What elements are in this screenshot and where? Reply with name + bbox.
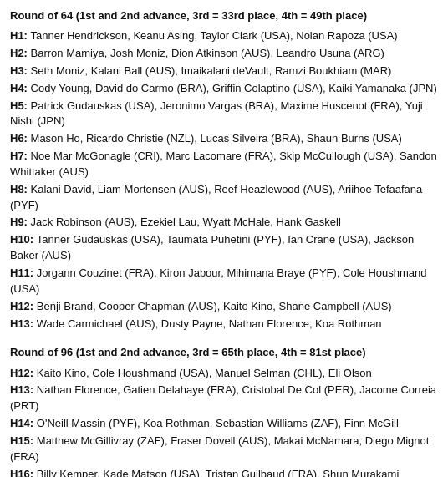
heat-text: Kaito Kino, Cole Houshmand (USA), Manuel… — [37, 367, 372, 379]
heat-text: Patrick Gudauskas (USA), Jeronimo Vargas… — [10, 99, 423, 128]
section-title: Round of 96 (1st and 2nd advance, 3rd = … — [10, 345, 438, 360]
heat-text: Kalani David, Liam Mortensen (AUS), Reef… — [10, 183, 422, 211]
heat-id: H2: — [10, 47, 31, 59]
heat-id: H15: — [10, 434, 37, 447]
heat-line: H16: Billy Kemper, Kade Matson (USA), Tr… — [10, 467, 438, 477]
heat-text: Billy Kemper, Kade Matson (USA), Tristan… — [37, 468, 400, 477]
heat-id: H8: — [10, 183, 31, 195]
heat-line: H11: Jorgann Couzinet (FRA), Kiron Jabou… — [10, 266, 438, 297]
heat-id: H4: — [10, 82, 31, 94]
heat-line: H12: Kaito Kino, Cole Houshmand (USA), M… — [10, 366, 438, 382]
heat-text: Tanner Gudauskas (USA), Taumata Puhetini… — [10, 233, 414, 261]
heat-line: H3: Seth Moniz, Kalani Ball (AUS), Imaik… — [10, 63, 438, 79]
heat-id: H12: — [10, 300, 37, 312]
heat-text: Mason Ho, Ricardo Christie (NZL), Lucas … — [31, 132, 402, 145]
heat-text: Barron Mamiya, Josh Moniz, Dion Atkinson… — [31, 47, 384, 59]
heat-line: H1: Tanner Hendrickson, Keanu Asing, Tay… — [10, 28, 438, 44]
heat-id: H11: — [10, 266, 37, 279]
heat-text: Tanner Hendrickson, Keanu Asing, Taylor … — [31, 29, 398, 42]
heat-id: H9: — [10, 216, 31, 228]
heat-line: H8: Kalani David, Liam Mortensen (AUS), … — [10, 182, 438, 214]
heat-id: H14: — [10, 417, 37, 429]
heat-text: O'Neill Massin (PYF), Koa Rothman, Sebas… — [37, 417, 399, 429]
section-section-64: Round of 64 (1st and 2nd advance, 3rd = … — [10, 8, 438, 332]
heat-line: H2: Barron Mamiya, Josh Moniz, Dion Atki… — [10, 46, 438, 62]
heat-text: Seth Moniz, Kalani Ball (AUS), Imaikalan… — [31, 64, 392, 77]
heat-line: H5: Patrick Gudauskas (USA), Jeronimo Va… — [10, 99, 438, 130]
heat-line: H13: Wade Carmichael (AUS), Dusty Payne,… — [10, 317, 438, 332]
heat-line: H15: Matthew McGillivray (ZAF), Fraser D… — [10, 434, 438, 465]
heat-id: H10: — [10, 233, 37, 246]
heat-line: H14: O'Neill Massin (PYF), Koa Rothman, … — [10, 416, 438, 432]
heat-id: H12: — [10, 367, 37, 379]
heat-line: H13: Nathan Florence, Gatien Delahaye (F… — [10, 383, 438, 414]
heat-id: H6: — [10, 132, 31, 145]
heat-text: Nathan Florence, Gatien Delahaye (FRA), … — [10, 383, 436, 412]
heat-text: Jack Robinson (AUS), Ezekiel Lau, Wyatt … — [31, 216, 341, 228]
section-section-96: Round of 96 (1st and 2nd advance, 3rd = … — [10, 345, 438, 477]
heat-id: H13: — [10, 317, 37, 330]
heat-text: Noe Mar McGonagle (CRI), Marc Lacomare (… — [10, 150, 437, 178]
heat-id: H16: — [10, 468, 37, 477]
heat-text: Matthew McGillivray (ZAF), Fraser Dovell… — [10, 434, 429, 463]
heat-line: H10: Tanner Gudauskas (USA), Taumata Puh… — [10, 232, 438, 264]
heat-id: H13: — [10, 383, 37, 396]
heat-text: Cody Young, David do Carmo (BRA), Griffi… — [31, 82, 437, 94]
main-container: Round of 64 (1st and 2nd advance, 3rd = … — [0, 0, 448, 477]
heat-line: H4: Cody Young, David do Carmo (BRA), Gr… — [10, 81, 438, 97]
heat-id: H5: — [10, 99, 31, 112]
section-title: Round of 64 (1st and 2nd advance, 3rd = … — [10, 8, 438, 23]
heat-id: H3: — [10, 64, 31, 77]
heat-line: H12: Benji Brand, Cooper Chapman (AUS), … — [10, 299, 438, 315]
heat-id: H1: — [10, 29, 31, 42]
heat-line: H6: Mason Ho, Ricardo Christie (NZL), Lu… — [10, 131, 438, 147]
heat-text: Jorgann Couzinet (FRA), Kiron Jabour, Mi… — [10, 266, 427, 295]
heat-text: Wade Carmichael (AUS), Dusty Payne, Nath… — [37, 317, 382, 330]
heat-text: Benji Brand, Cooper Chapman (AUS), Kaito… — [37, 300, 392, 312]
heat-id: H7: — [10, 150, 31, 162]
heat-line: H9: Jack Robinson (AUS), Ezekiel Lau, Wy… — [10, 215, 438, 231]
heat-line: H7: Noe Mar McGonagle (CRI), Marc Lacoma… — [10, 149, 438, 180]
